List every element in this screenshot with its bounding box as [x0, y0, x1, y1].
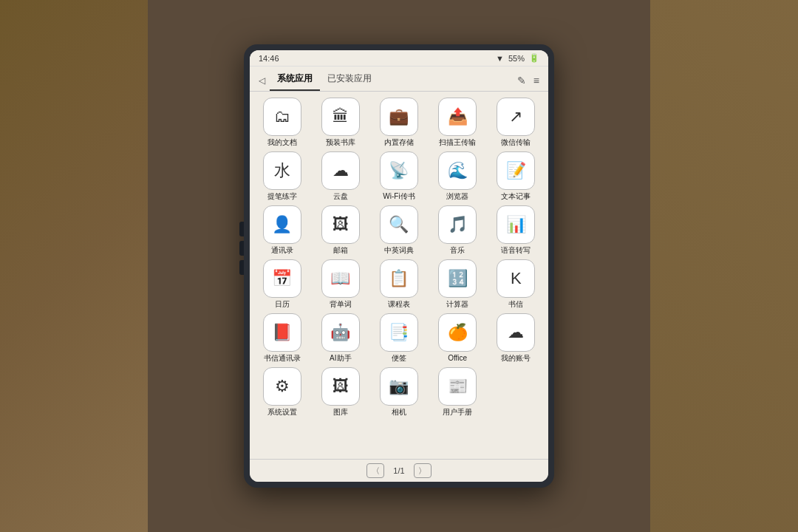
app-item-notes2[interactable]: 📑便签: [371, 313, 426, 363]
app-icon-wifi-transfer: 📡: [380, 151, 418, 190]
app-label-dictionary: 中英词典: [384, 246, 414, 255]
app-label-notes: 文本记事: [501, 192, 531, 201]
back-icon[interactable]: ◁: [259, 75, 265, 86]
app-label-calendar: 日历: [275, 300, 290, 309]
app-item-camera[interactable]: 📷相机: [371, 367, 426, 417]
app-icon-email: 🖼: [321, 205, 360, 244]
side-btn-1[interactable]: [239, 222, 244, 236]
app-label-email: 邮箱: [333, 246, 348, 255]
app-label-vocab: 背单词: [330, 300, 352, 309]
app-label-schedule: 课程表: [388, 300, 410, 309]
app-label-wifi-transfer: Wi-Fi传书: [383, 192, 415, 201]
header-actions: ✎ ≡: [517, 75, 539, 86]
app-icon-internal-storage: 💼: [380, 98, 418, 136]
app-item-preinstalled-lib[interactable]: 🏛预装书库: [313, 98, 368, 147]
next-page-button[interactable]: 〉: [414, 463, 432, 478]
side-btn-3[interactable]: [239, 260, 244, 275]
app-label-my-account: 我的账号: [501, 354, 531, 363]
nav-tabs: ◁ 系统应用 已安装应用 ✎ ≡: [250, 66, 548, 92]
app-icon-ai-assistant: 🤖: [321, 313, 360, 352]
app-item-internal-storage[interactable]: 💼内置存储: [371, 98, 426, 147]
app-label-internal-storage: 内置存储: [384, 138, 414, 147]
app-item-user-manual[interactable]: 📰用户手册: [430, 367, 485, 417]
app-icon-calendar: 📅: [263, 259, 301, 298]
apps-grid: 🗂我的文档🏛预装书库💼内置存储📤扫描王传输↗微信传输水提笔练字☁云盘📡Wi-Fi…: [250, 92, 548, 459]
app-icon-music: 🎵: [438, 205, 477, 244]
app-item-office[interactable]: 🍊Office: [430, 313, 485, 363]
app-item-ai-assistant[interactable]: 🤖AI助手: [313, 313, 368, 363]
app-label-shuixin: 书信: [508, 300, 523, 309]
app-label-office: Office: [448, 354, 467, 363]
app-label-calligraphy: 提笔练字: [267, 192, 297, 201]
app-item-cloud-disk[interactable]: ☁云盘: [313, 151, 368, 201]
app-label-contacts: 通讯录: [271, 246, 293, 255]
page-info: 1/1: [393, 466, 404, 475]
app-icon-camera: 📷: [380, 367, 418, 406]
app-label-ai-assistant: AI助手: [330, 354, 351, 363]
menu-icon[interactable]: ≡: [533, 75, 539, 86]
app-label-notes2: 便签: [392, 354, 406, 363]
app-item-email[interactable]: 🖼邮箱: [313, 205, 368, 255]
app-icon-my-docs: 🗂: [263, 98, 301, 136]
side-buttons: [239, 222, 244, 275]
app-icon-contacts: 👤: [263, 205, 301, 244]
app-icon-calligraphy: 水: [263, 151, 301, 190]
tab-installed-apps[interactable]: 已安装应用: [320, 69, 379, 91]
app-item-notes[interactable]: 📝文本记事: [488, 151, 544, 201]
app-icon-cloud-disk: ☁: [321, 151, 360, 190]
status-bar: 14:46 ▼ 55% 🔋: [250, 50, 548, 66]
app-label-browser: 浏览器: [446, 192, 468, 201]
app-icon-preinstalled-lib: 🏛: [321, 98, 360, 136]
app-label-wechat-transfer: 微信传输: [501, 138, 531, 147]
app-label-user-manual: 用户手册: [443, 408, 472, 417]
app-item-settings[interactable]: ⚙系统设置: [254, 367, 310, 417]
app-icon-schedule: 📋: [380, 259, 418, 298]
app-icon-notes: 📝: [497, 151, 535, 190]
app-icon-settings: ⚙: [263, 367, 301, 406]
device-frame: 14:46 ▼ 55% 🔋 ◁ 系统应用 已安装应用 ✎ ≡ 🗂我的文档�: [244, 44, 554, 488]
app-label-voice-trans: 语音转写: [501, 246, 531, 255]
app-label-cloud-disk: 云盘: [333, 192, 348, 201]
wifi-icon: ▼: [496, 54, 504, 63]
app-item-shuixin-contacts[interactable]: 📕书信通讯录: [254, 313, 310, 363]
app-item-schedule[interactable]: 📋课程表: [371, 259, 426, 309]
app-icon-user-manual: 📰: [438, 367, 477, 406]
app-item-music[interactable]: 🎵音乐: [430, 205, 485, 255]
app-item-my-docs[interactable]: 🗂我的文档: [254, 98, 310, 147]
edit-icon[interactable]: ✎: [517, 75, 526, 86]
app-icon-voice-trans: 📊: [497, 205, 535, 244]
app-item-browser[interactable]: 🌊浏览器: [430, 151, 485, 201]
app-item-shuixin[interactable]: K书信: [488, 259, 544, 309]
app-icon-shuixin: K: [497, 259, 535, 298]
app-icon-scan-transfer: 📤: [438, 98, 477, 136]
app-item-my-account[interactable]: ☁我的账号: [488, 313, 544, 363]
prev-page-button[interactable]: 〈: [366, 463, 384, 478]
app-item-calligraphy[interactable]: 水提笔练字: [254, 151, 310, 201]
app-icon-shuixin-contacts: 📕: [263, 313, 301, 352]
app-label-my-docs: 我的文档: [267, 138, 297, 147]
app-label-shuixin-contacts: 书信通讯录: [264, 354, 301, 363]
app-item-calendar[interactable]: 📅日历: [254, 259, 310, 309]
tab-system-apps[interactable]: 系统应用: [270, 69, 320, 91]
app-item-scan-transfer[interactable]: 📤扫描王传输: [430, 98, 485, 147]
app-icon-browser: 🌊: [438, 151, 477, 190]
app-item-gallery[interactable]: 🖼图库: [313, 367, 368, 417]
app-item-wechat-transfer[interactable]: ↗微信传输: [488, 98, 544, 147]
app-item-contacts[interactable]: 👤通讯录: [254, 205, 310, 255]
app-label-gallery: 图库: [333, 408, 348, 417]
app-icon-dictionary: 🔍: [380, 205, 418, 244]
app-item-calculator[interactable]: 🔢计算器: [430, 259, 485, 309]
side-btn-2[interactable]: [239, 241, 244, 256]
pagination-bar: 〈 1/1 〉: [250, 459, 548, 482]
app-icon-my-account: ☁: [497, 313, 535, 352]
app-item-voice-trans[interactable]: 📊语音转写: [488, 205, 544, 255]
battery-percent: 55%: [508, 54, 525, 63]
app-label-music: 音乐: [450, 246, 465, 255]
app-item-vocab[interactable]: 📖背单词: [313, 259, 368, 309]
app-item-dictionary[interactable]: 🔍中英词典: [371, 205, 426, 255]
status-icons: ▼ 55% 🔋: [496, 53, 539, 63]
app-label-calculator: 计算器: [446, 300, 468, 309]
device-screen: 14:46 ▼ 55% 🔋 ◁ 系统应用 已安装应用 ✎ ≡ 🗂我的文档�: [250, 50, 548, 482]
app-item-wifi-transfer[interactable]: 📡Wi-Fi传书: [371, 151, 426, 201]
app-label-settings: 系统设置: [267, 408, 297, 417]
